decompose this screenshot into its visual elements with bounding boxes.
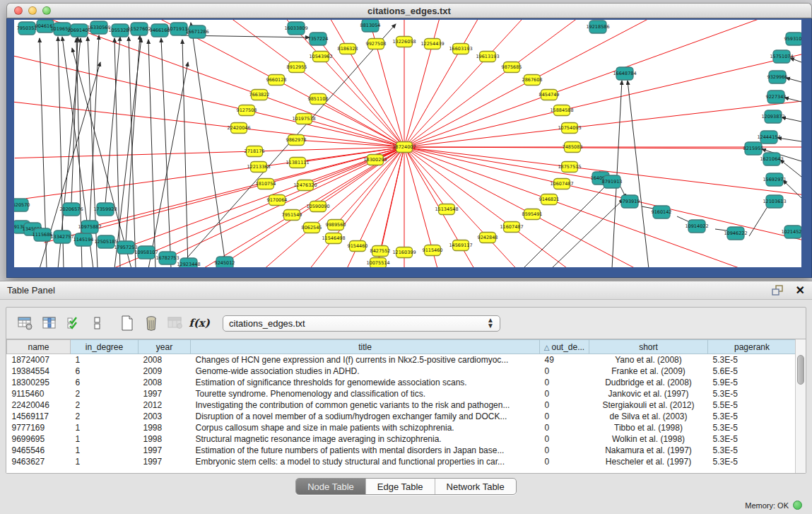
table-cell[interactable]: 0 bbox=[540, 399, 589, 411]
memory-status-icon[interactable] bbox=[793, 501, 802, 510]
graph-node[interactable]: 7663822 bbox=[249, 90, 270, 100]
graph-node[interactable]: 12103613 bbox=[763, 195, 786, 208]
table-cell[interactable]: 1997 bbox=[139, 456, 191, 467]
delete-table-icon[interactable] bbox=[141, 313, 162, 333]
titlebar[interactable]: citations_edges.txt bbox=[6, 3, 812, 18]
table-cell[interactable]: 6 bbox=[71, 377, 139, 388]
graph-node[interactable]: 9146821 bbox=[539, 194, 560, 205]
table-cell[interactable]: Hescheler et al. (1997) bbox=[589, 456, 708, 467]
table-cell[interactable]: 1 bbox=[71, 422, 139, 433]
graph-node[interactable]: 6793919 bbox=[620, 195, 640, 208]
table-cell[interactable]: 0 bbox=[540, 456, 589, 467]
graph-node[interactable]: 10607487 bbox=[550, 179, 573, 189]
graph-node[interactable]: 9593102 bbox=[784, 33, 801, 45]
graph-node[interactable]: 1145194 bbox=[73, 233, 94, 246]
graph-node[interactable]: 16210643 bbox=[760, 153, 783, 165]
table-cell[interactable]: 1 bbox=[71, 445, 139, 456]
graph-node[interactable]: 8912955 bbox=[287, 62, 307, 73]
table-cell[interactable]: 0 bbox=[540, 445, 589, 456]
column-header-pagerank[interactable]: pagerank bbox=[708, 340, 796, 354]
select-columns-icon[interactable] bbox=[63, 313, 84, 333]
graph-node[interactable]: 16782753 bbox=[155, 252, 179, 264]
table-row[interactable]: 946362711997Embryonic stem cells: a mode… bbox=[7, 456, 796, 467]
graph-node[interactable]: 9115460 bbox=[423, 245, 443, 256]
graph-node[interactable]: 2867608 bbox=[522, 75, 543, 86]
graph-node[interactable]: 15692971 bbox=[763, 173, 786, 186]
graph-node[interactable]: 13226058 bbox=[392, 37, 416, 47]
table-cell[interactable]: 0 bbox=[540, 377, 589, 388]
graph-node[interactable]: 11607487 bbox=[500, 222, 523, 233]
graph-node[interactable]: 15884588 bbox=[550, 105, 573, 116]
graph-node[interactable]: 10075514 bbox=[366, 258, 389, 268]
graph-node[interactable]: 2620570 bbox=[14, 199, 30, 211]
table-cell[interactable]: 5.3E-5 bbox=[708, 456, 796, 467]
graph-node[interactable]: 9660128 bbox=[266, 75, 287, 86]
graph-node[interactable]: 8427552 bbox=[370, 246, 391, 257]
graph-node[interactable]: 17359928 bbox=[93, 203, 117, 216]
graph-node[interactable]: 9851108 bbox=[308, 94, 329, 105]
table-cell[interactable]: 0 bbox=[540, 388, 589, 399]
graph-node[interactable]: 1810754 bbox=[256, 179, 276, 189]
table-cell[interactable]: 5.3E-5 bbox=[708, 354, 796, 366]
graph-node[interactable]: 18757515 bbox=[558, 162, 581, 173]
table-cell[interactable]: 9777169 bbox=[7, 422, 71, 433]
graph-node[interactable]: 19218586 bbox=[586, 21, 609, 33]
table-cell[interactable]: Dudbridge et al. (2008) bbox=[589, 377, 708, 388]
tab-node-table[interactable]: Node Table bbox=[296, 479, 366, 494]
column-header-title[interactable]: title bbox=[191, 340, 540, 354]
graph-node[interactable]: 16648784 bbox=[613, 67, 636, 80]
row-height-icon[interactable] bbox=[87, 313, 108, 333]
graph-node[interactable]: 12923448 bbox=[177, 258, 200, 267]
table-row[interactable]: 1872400712008Changes of HCN gene express… bbox=[7, 354, 796, 366]
table-row[interactable]: 2242004622012Investigating the contribut… bbox=[7, 399, 796, 411]
table-cell[interactable]: 5.3E-5 bbox=[708, 388, 796, 399]
graph-node[interactable]: 7951549 bbox=[282, 210, 302, 221]
table-cell[interactable]: 2008 bbox=[139, 377, 191, 388]
graph-node[interactable]: 15134548 bbox=[435, 204, 458, 215]
graph-node[interactable]: 9154460 bbox=[348, 241, 368, 252]
table-cell[interactable]: 2009 bbox=[139, 366, 191, 377]
table-cell[interactable]: 5.9E-5 bbox=[708, 377, 796, 388]
graph-node[interactable]: 22420046 bbox=[227, 123, 250, 134]
table-cell[interactable]: Structural magnetic resonance image aver… bbox=[191, 433, 540, 445]
new-table-icon[interactable] bbox=[117, 313, 138, 333]
table-cell[interactable]: 14569117 bbox=[7, 411, 71, 422]
table-scrollbar[interactable] bbox=[795, 339, 806, 473]
graph-node[interactable]: 1115686 bbox=[33, 228, 53, 241]
graph-node[interactable]: 16671286 bbox=[185, 25, 208, 38]
graph-node[interactable]: 11546498 bbox=[322, 233, 345, 244]
graph-node[interactable]: 8215955 bbox=[743, 142, 764, 155]
graph-node[interactable]: 12444154 bbox=[757, 131, 780, 144]
graph-node[interactable]: 9170064 bbox=[267, 195, 288, 206]
graph-node[interactable]: 8062545 bbox=[302, 223, 322, 233]
graph-node[interactable]: 12254439 bbox=[420, 39, 444, 49]
table-cell[interactable]: 1997 bbox=[139, 445, 191, 456]
table-cell[interactable]: Corpus callosum shape and size in male p… bbox=[191, 422, 540, 433]
table-cell[interactable]: Stergiakouli et al. (2012) bbox=[589, 399, 708, 411]
table-cell[interactable]: 5.3E-5 bbox=[708, 433, 796, 445]
graph-node[interactable]: 7357224 bbox=[308, 33, 329, 45]
table-cell[interactable]: Disruption of a novel member of a sodium… bbox=[191, 411, 540, 422]
graph-node[interactable]: 8813054 bbox=[360, 20, 381, 32]
table-cell[interactable]: 22420046 bbox=[7, 399, 71, 411]
table-row[interactable]: 1938455462009Genome-wide association stu… bbox=[7, 366, 796, 377]
table-cell[interactable]: 0 bbox=[540, 433, 589, 445]
scrollbar-thumb[interactable] bbox=[797, 355, 804, 385]
graph-node[interactable]: 8454749 bbox=[539, 90, 560, 100]
tab-edge-table[interactable]: Edge Table bbox=[366, 479, 435, 494]
table-cell[interactable]: 2012 bbox=[139, 399, 191, 411]
table-cell[interactable]: 5.3E-5 bbox=[708, 445, 796, 456]
table-cell[interactable]: 2 bbox=[71, 399, 139, 411]
table-cell[interactable]: Changes of HCN gene expression and I(f) … bbox=[191, 354, 540, 366]
close-panel-icon[interactable]: ✕ bbox=[796, 285, 805, 296]
graph-node[interactable]: 10754093 bbox=[558, 123, 581, 134]
graph-node[interactable]: 18300295 bbox=[363, 155, 387, 165]
table-cell[interactable]: Estimation of the future numbers of pati… bbox=[191, 445, 540, 456]
graph-node[interactable]: 12476320 bbox=[293, 180, 317, 191]
table-cell[interactable]: Tourette syndrome. Phenomenology and cla… bbox=[191, 388, 540, 399]
table-cell[interactable]: Embryonic stem cells: a model to study s… bbox=[191, 456, 540, 467]
table-cell[interactable]: Genome-wide association studies in ADHD. bbox=[191, 366, 540, 377]
show-column-icon[interactable] bbox=[39, 313, 60, 333]
table-options-icon[interactable] bbox=[15, 313, 36, 333]
graph-node[interactable]: 9127508 bbox=[237, 105, 257, 116]
